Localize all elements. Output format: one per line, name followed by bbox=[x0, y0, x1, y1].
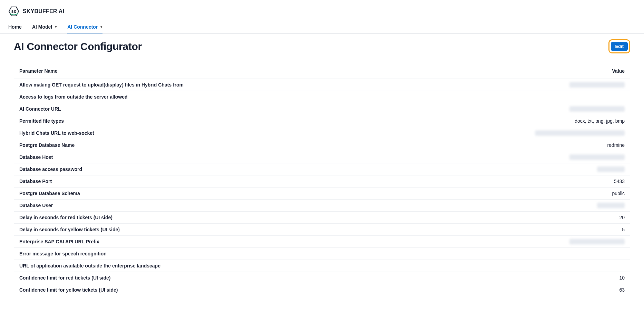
edit-button[interactable]: Edit bbox=[611, 42, 628, 51]
parameter-value-cell: public bbox=[405, 188, 630, 200]
parameter-name-cell: Database User bbox=[14, 200, 405, 212]
table-row[interactable]: Confidence limit for yellow tickets (UI … bbox=[14, 284, 630, 296]
page-title: AI Connector Configurator bbox=[14, 41, 142, 52]
table-row[interactable]: Enterprise SAP CAI API URL Prefix bbox=[14, 236, 630, 248]
edit-button-highlight: Edit bbox=[608, 39, 630, 53]
parameter-value-cell bbox=[405, 91, 630, 103]
table-row[interactable]: Hybrid Chats URL to web-socket bbox=[14, 127, 630, 139]
title-bar: AI Connector Configurator Edit bbox=[0, 34, 644, 59]
svg-text:sb: sb bbox=[11, 9, 16, 14]
table-row[interactable]: Error message for speech recognition bbox=[14, 248, 630, 260]
parameter-name-cell: Delay in seconds for red tickets (UI sid… bbox=[14, 212, 405, 224]
parameter-value-cell bbox=[405, 103, 630, 115]
table-row[interactable]: Database access password bbox=[14, 163, 630, 175]
main-nav: Home AI Model ▾ AI Connector ▾ bbox=[0, 20, 644, 34]
nav-ai-connector-label: AI Connector bbox=[67, 24, 98, 30]
parameters-table: Parameter Name Value Allow making GET re… bbox=[14, 63, 630, 296]
parameter-value-cell bbox=[405, 260, 630, 272]
parameter-value-cell: docx, txt, png, jpg, bmp bbox=[405, 115, 630, 127]
table-row[interactable]: Allow making GET request to upload(displ… bbox=[14, 79, 630, 91]
parameter-name-cell: Postgre Database Schema bbox=[14, 188, 405, 200]
redacted-value bbox=[597, 166, 625, 172]
parameter-value-cell bbox=[405, 248, 630, 260]
redacted-value bbox=[569, 154, 625, 160]
parameter-name-cell: Confidence limit for yellow tickets (UI … bbox=[14, 284, 405, 296]
parameter-value-cell: 20 bbox=[405, 212, 630, 224]
redacted-value bbox=[569, 239, 625, 244]
nav-home-label: Home bbox=[8, 24, 22, 30]
nav-ai-model-label: AI Model bbox=[32, 24, 52, 30]
logo[interactable]: sb SKYBUFFER AI bbox=[8, 6, 64, 17]
parameter-name-cell: Database access password bbox=[14, 163, 405, 175]
parameter-value-cell: 5 bbox=[405, 224, 630, 236]
table-row[interactable]: Confidence limit for red tickets (UI sid… bbox=[14, 272, 630, 284]
parameter-value-cell bbox=[405, 79, 630, 91]
parameter-name-cell: URL of application available outside the… bbox=[14, 260, 405, 272]
table-row[interactable]: Permitted file typesdocx, txt, png, jpg,… bbox=[14, 115, 630, 127]
table-row[interactable]: Access to logs from outside the server a… bbox=[14, 91, 630, 103]
parameter-value-cell bbox=[405, 151, 630, 163]
parameter-name-cell: Delay in seconds for yellow tickets (UI … bbox=[14, 224, 405, 236]
logo-icon: sb bbox=[8, 6, 19, 17]
table-row[interactable]: Database Host bbox=[14, 151, 630, 163]
table-row[interactable]: URL of application available outside the… bbox=[14, 260, 630, 272]
chevron-down-icon: ▾ bbox=[55, 24, 57, 29]
nav-home[interactable]: Home bbox=[8, 20, 22, 33]
nav-ai-model[interactable]: AI Model ▾ bbox=[32, 20, 57, 33]
parameter-value-cell bbox=[405, 200, 630, 212]
content: Parameter Name Value Allow making GET re… bbox=[0, 59, 644, 304]
column-header-value[interactable]: Value bbox=[405, 63, 630, 79]
parameter-value-cell bbox=[405, 163, 630, 175]
parameter-value-cell: redmine bbox=[405, 139, 630, 151]
parameter-value-cell: 63 bbox=[405, 284, 630, 296]
parameter-name-cell: Postgre Database Name bbox=[14, 139, 405, 151]
parameter-name-cell: Error message for speech recognition bbox=[14, 248, 405, 260]
table-row[interactable]: Delay in seconds for yellow tickets (UI … bbox=[14, 224, 630, 236]
redacted-value bbox=[569, 106, 625, 112]
table-row[interactable]: Postgre Database Nameredmine bbox=[14, 139, 630, 151]
redacted-value bbox=[597, 203, 625, 208]
parameter-name-cell: Confidence limit for red tickets (UI sid… bbox=[14, 272, 405, 284]
nav-ai-connector[interactable]: AI Connector ▾ bbox=[67, 20, 103, 33]
table-row[interactable]: Database User bbox=[14, 200, 630, 212]
parameter-value-cell: 5433 bbox=[405, 175, 630, 188]
table-row[interactable]: AI Connector URL bbox=[14, 103, 630, 115]
brand-name: SKYBUFFER AI bbox=[23, 8, 64, 14]
parameter-name-cell: Database Host bbox=[14, 151, 405, 163]
redacted-value bbox=[535, 130, 625, 136]
table-row[interactable]: Postgre Database Schemapublic bbox=[14, 188, 630, 200]
parameter-value-cell: 10 bbox=[405, 272, 630, 284]
parameter-name-cell: Access to logs from outside the server a… bbox=[14, 91, 405, 103]
parameter-name-cell: Database Port bbox=[14, 175, 405, 188]
chevron-down-icon: ▾ bbox=[100, 24, 103, 29]
parameter-name-cell: Allow making GET request to upload(displ… bbox=[14, 79, 405, 91]
table-row[interactable]: Delay in seconds for red tickets (UI sid… bbox=[14, 212, 630, 224]
parameter-value-cell bbox=[405, 236, 630, 248]
parameter-name-cell: AI Connector URL bbox=[14, 103, 405, 115]
table-row[interactable]: Database Port5433 bbox=[14, 175, 630, 188]
redacted-value bbox=[569, 82, 625, 88]
parameter-name-cell: Permitted file types bbox=[14, 115, 405, 127]
parameter-name-cell: Hybrid Chats URL to web-socket bbox=[14, 127, 405, 139]
parameter-name-cell: Enterprise SAP CAI API URL Prefix bbox=[14, 236, 405, 248]
parameter-value-cell bbox=[405, 127, 630, 139]
column-header-parameter[interactable]: Parameter Name bbox=[14, 63, 405, 79]
header: sb SKYBUFFER AI bbox=[0, 0, 644, 20]
